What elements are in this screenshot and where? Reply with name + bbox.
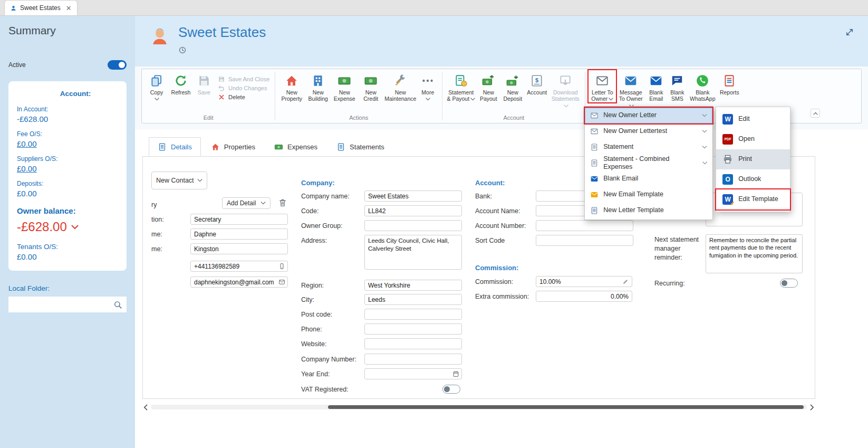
active-toggle[interactable]	[108, 60, 127, 70]
suppliers-os-label: Suppliers O/S:	[17, 155, 118, 163]
commission-field[interactable]: 10.00%	[536, 276, 632, 287]
owner-balance-value[interactable]: -£628.00	[17, 220, 118, 234]
contact-type-select[interactable]: New Contact	[151, 171, 207, 189]
owner-letter-submenu: W Edit PDF Open	[716, 107, 790, 212]
search-icon[interactable]	[113, 300, 122, 309]
company-number-input[interactable]	[364, 354, 462, 365]
year-end-input[interactable]	[364, 368, 462, 379]
menu-item-statement[interactable]: Statement	[585, 139, 712, 155]
submenu-item-label: Print	[738, 155, 752, 163]
extra-commission-field[interactable]: 0.00%	[536, 291, 632, 302]
statement-payout-button[interactable]: Statement & Payout	[446, 70, 476, 102]
position-input[interactable]	[190, 214, 288, 225]
new-expense-label: New Expense	[332, 89, 356, 102]
website-input[interactable]	[364, 338, 462, 349]
fee-os-link[interactable]: £0.00	[17, 139, 118, 148]
page-title: Sweet Estates	[178, 24, 266, 41]
phone-input[interactable]	[364, 323, 462, 335]
submenu-item-outlook[interactable]: O Outlook	[716, 169, 790, 189]
scroll-left-arrow[interactable]	[142, 404, 149, 411]
address-input[interactable]: Leeds City Council, Civic Hall, Calverle…	[364, 235, 462, 270]
submenu-item-edit[interactable]: W Edit	[716, 109, 790, 129]
deposits-value: £0.00	[17, 189, 118, 198]
account-card-heading: Account:	[17, 88, 118, 99]
reports-button[interactable]: Reports	[717, 70, 741, 96]
blank-email-button[interactable]: Blank Email	[645, 70, 667, 102]
contact-phone-input[interactable]	[190, 261, 288, 272]
new-building-button[interactable]: New Building	[305, 70, 331, 102]
tab-statements[interactable]: Statements	[327, 137, 393, 156]
new-maintenance-button[interactable]: New Maintenance	[384, 70, 417, 102]
clipped-label: me:	[151, 245, 162, 253]
next-statement-reminder-input[interactable]: Remember to reconcile the partial rent p…	[706, 234, 803, 273]
suppliers-os-link[interactable]: £0.00	[17, 164, 118, 173]
refresh-button[interactable]: Refresh	[168, 70, 194, 96]
submenu-item-label: Edit Template	[738, 195, 778, 203]
first-name-input[interactable]	[190, 228, 288, 240]
submenu-item-open[interactable]: PDF Open	[716, 129, 790, 149]
history-icon[interactable]	[178, 46, 187, 54]
account-number-input[interactable]	[536, 220, 633, 231]
add-detail-button[interactable]: Add Detail	[222, 197, 271, 209]
menu-item-label: Statement - Combined Expenses	[603, 155, 693, 171]
horizontal-scrollbar[interactable]	[142, 403, 815, 411]
scrollbar-thumb[interactable]	[328, 405, 804, 409]
contact-email-input[interactable]	[190, 277, 288, 288]
trash-icon[interactable]	[278, 198, 287, 207]
tools-icon	[393, 74, 407, 88]
account-button[interactable]: Account	[525, 70, 549, 96]
delete-button[interactable]: Delete	[218, 93, 269, 101]
vat-registered-toggle[interactable]	[442, 385, 460, 394]
envelope-icon	[595, 74, 609, 88]
expand-icon[interactable]	[845, 27, 854, 37]
letter-to-owner-button[interactable]: Letter To Owner New Owner Letter	[589, 70, 616, 102]
window-tab[interactable]: Sweet Estates ✕	[4, 0, 78, 15]
recurring-toggle[interactable]	[780, 279, 798, 288]
owner-group-input[interactable]	[364, 220, 462, 231]
new-deposit-button[interactable]: New Deposit	[500, 70, 525, 102]
scrollbar-track[interactable]	[151, 405, 807, 409]
menu-item-new-email-template[interactable]: New Email Template	[585, 187, 712, 203]
city-input[interactable]	[364, 294, 462, 305]
submenu-item-edit-template[interactable]: W Edit Template	[716, 189, 790, 209]
local-folder-field[interactable]	[8, 297, 127, 312]
blank-whatsapp-button[interactable]: Blank WhatsApp	[688, 70, 717, 102]
new-credit-button[interactable]: New Credit	[358, 70, 384, 102]
code-input[interactable]	[364, 205, 462, 216]
reports-label: Reports	[720, 89, 739, 96]
new-expense-button[interactable]: New Expense	[331, 70, 358, 102]
tab-expenses[interactable]: Expenses	[265, 137, 326, 156]
menu-item-statement-combined[interactable]: Statement - Combined Expenses	[585, 155, 712, 171]
bank-label: Bank:	[475, 193, 492, 200]
chevron-down-icon	[261, 202, 266, 205]
new-deposit-label: New Deposit	[501, 89, 524, 102]
copy-button[interactable]: Copy	[145, 70, 168, 101]
message-to-owner-button[interactable]: Message To Owner	[616, 70, 645, 109]
tab-details[interactable]: Details	[149, 137, 201, 156]
sort-code-input[interactable]	[536, 235, 633, 246]
more-button[interactable]: More	[417, 70, 439, 101]
menu-item-blank-email[interactable]: Blank Email	[585, 171, 712, 187]
envelope-icon	[590, 127, 599, 136]
company-name-input[interactable]	[364, 190, 462, 202]
menu-item-label: New Email Template	[603, 190, 663, 198]
menu-item-new-letter-template[interactable]: New Letter Template	[585, 203, 712, 218]
ribbon-group-account: Statement & Payout New Payout New Deposi…	[442, 69, 585, 123]
new-property-button[interactable]: New Property	[278, 70, 305, 102]
submenu-item-print[interactable]: Print	[716, 149, 790, 169]
post-code-input[interactable]	[364, 309, 462, 320]
ribbon-group-edit: Copy Refresh Save	[142, 69, 275, 123]
blank-sms-button[interactable]: Blank SMS	[667, 70, 688, 102]
new-payout-button[interactable]: New Payout	[476, 70, 500, 102]
close-icon[interactable]: ✕	[66, 4, 72, 12]
collapse-ribbon-button[interactable]	[811, 109, 820, 118]
last-name-input[interactable]	[190, 243, 288, 254]
scroll-right-arrow[interactable]	[809, 404, 815, 411]
account-group-label: Account	[446, 114, 582, 123]
region-input[interactable]	[364, 280, 462, 291]
menu-item-new-owner-letter[interactable]: New Owner Letter W Edit	[585, 108, 712, 123]
tab-properties[interactable]: Properties	[202, 137, 264, 156]
menu-item-new-owner-lettertest[interactable]: New Owner Lettertest	[585, 123, 712, 139]
pencil-icon[interactable]	[622, 279, 629, 285]
account-section-heading: Account:	[475, 179, 505, 187]
